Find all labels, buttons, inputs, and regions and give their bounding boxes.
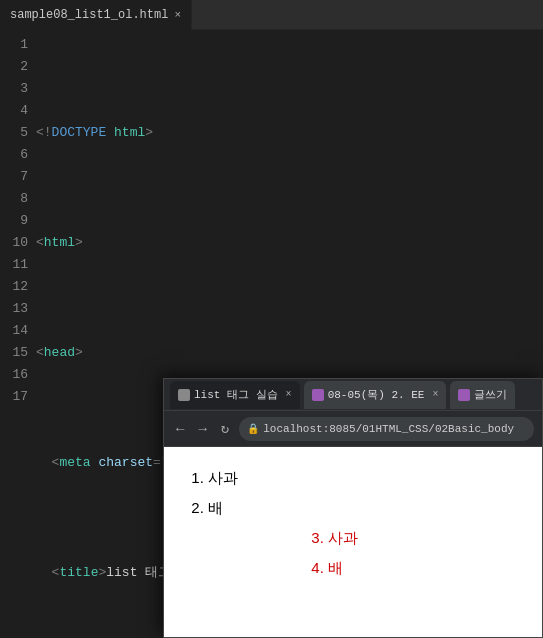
list-item: 사과 bbox=[328, 523, 518, 553]
browser-tab-1-label: list 태그 실습 bbox=[194, 387, 278, 402]
browser-tab-ee[interactable]: 08-05(목) 2. EE × bbox=[304, 381, 447, 409]
favicon-2 bbox=[312, 389, 324, 401]
browser-overlay: list 태그 실습 × 08-05(목) 2. EE × 글쓰기 ← → ↻ … bbox=[163, 378, 543, 638]
code-line-2: <html> bbox=[36, 232, 543, 254]
second-list-container: 사과 배 bbox=[308, 523, 518, 583]
browser-tab-2-close[interactable]: × bbox=[432, 389, 438, 400]
list-item: 배 bbox=[208, 493, 518, 523]
address-text: localhost:8085/01HTML_CSS/02Basic_body bbox=[263, 423, 514, 435]
editor-container: sample08_list1_ol.html × 1 2 3 4 5 6 7 8… bbox=[0, 0, 543, 638]
code-line-3: <head> bbox=[36, 342, 543, 364]
address-bar[interactable]: 🔒 localhost:8085/01HTML_CSS/02Basic_body bbox=[239, 417, 534, 441]
browser-tab-bar: list 태그 실습 × 08-05(목) 2. EE × 글쓰기 bbox=[164, 379, 542, 411]
code-line-1: <!DOCTYPE html> bbox=[36, 122, 543, 144]
browser-tab-list[interactable]: list 태그 실습 × bbox=[170, 381, 300, 409]
list-item: 사과 bbox=[208, 463, 518, 493]
line-numbers: 1 2 3 4 5 6 7 8 9 10 11 12 13 14 15 16 1… bbox=[0, 30, 36, 638]
browser-content: 사과 배 사과 배 bbox=[164, 447, 542, 637]
tab-filename: sample08_list1_ol.html bbox=[10, 8, 168, 22]
back-button[interactable]: ← bbox=[172, 419, 188, 439]
favicon-3 bbox=[458, 389, 470, 401]
list-2: 사과 배 bbox=[328, 523, 518, 583]
list-1: 사과 배 bbox=[208, 463, 518, 523]
reload-button[interactable]: ↻ bbox=[217, 418, 233, 439]
browser-tab-3-label: 글쓰기 bbox=[474, 387, 507, 402]
browser-nav-bar: ← → ↻ 🔒 localhost:8085/01HTML_CSS/02Basi… bbox=[164, 411, 542, 447]
browser-tab-1-close[interactable]: × bbox=[286, 389, 292, 400]
list-item: 배 bbox=[328, 553, 518, 583]
lock-icon: 🔒 bbox=[247, 423, 259, 435]
browser-tab-write[interactable]: 글쓰기 bbox=[450, 381, 515, 409]
forward-button[interactable]: → bbox=[194, 419, 210, 439]
tab-close-icon[interactable]: × bbox=[174, 9, 181, 21]
editor-tab-bar: sample08_list1_ol.html × bbox=[0, 0, 543, 30]
favicon-1 bbox=[178, 389, 190, 401]
browser-tab-2-label: 08-05(목) 2. EE bbox=[328, 387, 425, 402]
editor-tab[interactable]: sample08_list1_ol.html × bbox=[0, 0, 192, 30]
